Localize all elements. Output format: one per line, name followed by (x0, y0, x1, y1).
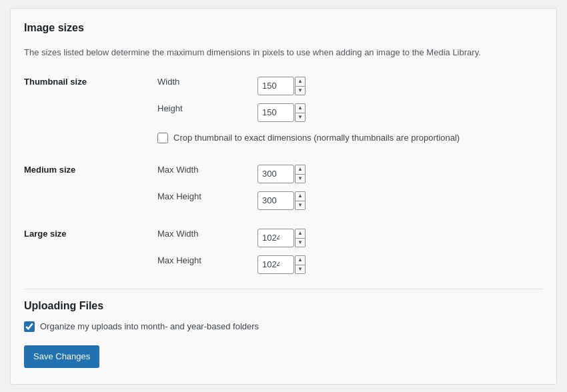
large-height-spinner: ▲ ▼ (295, 255, 306, 274)
medium-height-input[interactable] (257, 191, 294, 210)
medium-height-label: Max Height (157, 187, 257, 214)
spacer-medium (24, 150, 543, 161)
large-height-down[interactable]: ▼ (295, 265, 306, 274)
organize-uploads-checkbox[interactable] (24, 321, 35, 332)
crop-checkbox-text: Crop thumbnail to exact dimensions (norm… (173, 133, 460, 143)
large-height-input[interactable] (257, 255, 294, 274)
large-width-input[interactable] (257, 229, 294, 247)
image-sizes-description: The sizes listed below determine the max… (24, 46, 543, 59)
thumbnail-height-row: Height ▲ ▼ (24, 99, 543, 126)
thumbnail-height-input[interactable] (257, 103, 294, 122)
medium-width-up[interactable]: ▲ (295, 165, 306, 174)
thumbnail-height-group: ▲ ▼ (257, 103, 536, 122)
crop-checkbox-label[interactable]: Crop thumbnail to exact dimensions (norm… (157, 133, 536, 143)
large-width-group: ▲ ▼ (257, 229, 536, 247)
medium-height-row: Max Height ▲ ▼ (24, 187, 543, 214)
organize-uploads-label: Organize my uploads into month- and year… (40, 321, 259, 331)
large-width-row: Large size Max Width ▲ ▼ (24, 225, 543, 251)
large-width-up[interactable]: ▲ (295, 229, 306, 238)
medium-height-spinner: ▲ ▼ (295, 191, 306, 210)
settings-panel: Image sizes The sizes listed below deter… (10, 8, 557, 385)
thumbnail-width-down[interactable]: ▼ (295, 86, 306, 95)
thumbnail-width-input[interactable] (257, 77, 294, 95)
medium-section-label: Medium size (24, 161, 157, 187)
thumbnail-height-row-label (24, 99, 157, 126)
spacer-large (24, 214, 543, 225)
large-height-group: ▲ ▼ (257, 255, 536, 274)
thumbnail-width-up[interactable]: ▲ (295, 77, 306, 86)
divider (24, 289, 543, 289)
medium-width-spinner: ▲ ▼ (295, 165, 306, 183)
thumbnail-height-label: Height (157, 99, 257, 126)
medium-width-down[interactable]: ▼ (295, 174, 306, 183)
uploads-checkbox-row: Organize my uploads into month- and year… (24, 321, 543, 332)
large-height-label: Max Height (157, 251, 257, 278)
thumbnail-height-up[interactable]: ▲ (295, 103, 306, 113)
thumbnail-width-spinner: ▲ ▼ (295, 77, 306, 95)
crop-row: Crop thumbnail to exact dimensions (norm… (24, 126, 543, 150)
crop-checkbox[interactable] (157, 133, 168, 143)
thumbnail-width-input-cell: ▲ ▼ (257, 73, 543, 99)
large-width-spinner: ▲ ▼ (295, 229, 306, 247)
medium-width-input[interactable] (257, 165, 294, 183)
medium-width-label: Max Width (157, 161, 257, 187)
thumbnail-section-label: Thumbnail size (24, 73, 157, 99)
large-section-label: Large size (24, 225, 157, 251)
large-width-label: Max Width (157, 225, 257, 251)
medium-width-group: ▲ ▼ (257, 165, 536, 183)
thumbnail-height-spinner: ▲ ▼ (295, 103, 306, 122)
medium-height-up[interactable]: ▲ (295, 191, 306, 201)
medium-height-group: ▲ ▼ (257, 191, 536, 210)
large-height-row: Max Height ▲ ▼ (24, 251, 543, 278)
uploading-files-title: Uploading Files (24, 300, 543, 312)
large-width-down[interactable]: ▼ (295, 238, 306, 247)
thumbnail-height-input-cell: ▲ ▼ (257, 99, 543, 126)
image-sizes-table: Thumbnail size Width ▲ ▼ Height (24, 73, 543, 278)
medium-height-down[interactable]: ▼ (295, 201, 306, 210)
image-sizes-title: Image sizes (24, 22, 543, 39)
save-changes-button[interactable]: Save Changes (24, 345, 99, 368)
thumbnail-width-group: ▲ ▼ (257, 77, 536, 95)
medium-width-row: Medium size Max Width ▲ ▼ (24, 161, 543, 187)
thumbnail-height-down[interactable]: ▼ (295, 113, 306, 122)
large-height-up[interactable]: ▲ (295, 255, 306, 265)
thumbnail-width-label: Width (157, 73, 257, 99)
thumbnail-width-row: Thumbnail size Width ▲ ▼ (24, 73, 543, 99)
